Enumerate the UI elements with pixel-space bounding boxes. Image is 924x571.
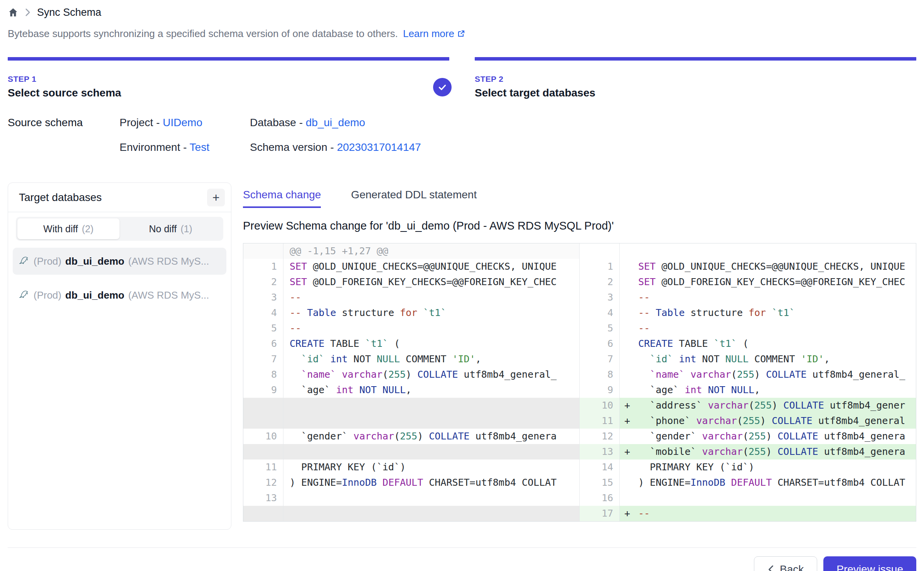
- diff-marker: [620, 336, 637, 351]
- line-number: 1: [580, 259, 620, 274]
- diff-marker: [620, 351, 637, 367]
- source-col-db-version: Database - db_ui_demo Schema version - 2…: [250, 116, 421, 166]
- code-line: `phone` varchar(255) COLLATE utf8mb4_gen…: [637, 413, 916, 429]
- target-database-list: (Prod) db_ui_demo (AWS RDS MyS... (Prod)…: [13, 248, 226, 309]
- code-line: `address` varchar(255) COLLATE utf8mb4_g…: [637, 398, 916, 413]
- line-number: 2: [243, 274, 283, 290]
- diff-line: [243, 506, 579, 521]
- line-number: 8: [580, 367, 620, 382]
- tab-with-diff[interactable]: With diff (2): [17, 218, 120, 239]
- step-1-label: STEP 1: [8, 74, 449, 84]
- line-number: 5: [580, 321, 620, 336]
- environment-link[interactable]: Test: [190, 141, 209, 153]
- db-name: db_ui_demo: [65, 289, 124, 301]
- diff-line: 5--: [243, 321, 579, 336]
- with-diff-count: (2): [82, 223, 94, 235]
- line-number: 9: [580, 382, 620, 398]
- tab-generated-ddl[interactable]: Generated DDL statement: [351, 189, 477, 208]
- code-line: `gender` varchar(255) COLLATE utf8mb4_ge…: [283, 429, 579, 444]
- diff-marker: [620, 243, 637, 259]
- line-number: [243, 413, 283, 429]
- code-line: `age` int NOT NULL,: [283, 382, 579, 398]
- step-2-progress-bar: [475, 57, 916, 61]
- target-databases-title: Target databases: [19, 191, 102, 204]
- intro-description: Bytebase supports synchronizing a specif…: [8, 28, 398, 39]
- code-line: --: [637, 290, 916, 305]
- code-line: --: [283, 290, 579, 305]
- line-number: [580, 243, 620, 259]
- step-1-check-icon: [433, 78, 452, 96]
- diff-marker: [620, 460, 637, 475]
- diff-filter-tabs: With diff (2) No diff (1): [16, 217, 223, 241]
- database-link[interactable]: db_ui_demo: [306, 117, 365, 128]
- diff-line: 14 PRIMARY KEY (`id`): [580, 460, 916, 475]
- diff-line: 5--: [580, 321, 916, 336]
- diff-line: [243, 413, 579, 429]
- line-number: 11: [580, 413, 620, 429]
- line-number: 6: [243, 336, 283, 351]
- diff-line: 13: [243, 490, 579, 506]
- diff-line: 11+ `phone` varchar(255) COLLATE utf8mb4…: [580, 413, 916, 429]
- diff-marker: [620, 490, 637, 506]
- diff-line: 17+--: [580, 506, 916, 521]
- code-line: ) ENGINE=InnoDB DEFAULT CHARSET=utf8mb4 …: [283, 475, 579, 490]
- target-database-item-1[interactable]: (Prod) db_ui_demo (AWS RDS MyS...: [13, 248, 226, 275]
- workspace: Target databases + With diff (2) No diff…: [8, 182, 916, 530]
- step-1-progress-bar: [8, 57, 449, 61]
- code-line: [283, 506, 579, 521]
- code-line: --: [637, 506, 916, 521]
- code-line: `id` int NOT NULL COMMENT 'ID',: [637, 351, 916, 367]
- line-number: 3: [243, 290, 283, 305]
- diff-marker: [620, 475, 637, 490]
- add-target-database-button[interactable]: +: [207, 189, 225, 206]
- line-number: 8: [243, 367, 283, 382]
- source-col-project-env: Project - UIDemo Environment - Test: [120, 116, 250, 166]
- back-button[interactable]: Back: [754, 556, 817, 571]
- line-number: 12: [580, 429, 620, 444]
- schema-version-link[interactable]: 20230317014147: [337, 141, 421, 153]
- code-line: -- Table structure for `t1`: [283, 305, 579, 321]
- project-link[interactable]: UIDemo: [163, 117, 202, 128]
- code-line: `gender` varchar(255) COLLATE utf8mb4_ge…: [637, 429, 916, 444]
- step-2: STEP 2 Select target databases: [475, 57, 916, 99]
- line-number: [243, 398, 283, 413]
- code-line: PRIMARY KEY (`id`): [283, 460, 579, 475]
- footer-actions: Back Preview issue: [8, 548, 916, 571]
- code-line: [283, 413, 579, 429]
- home-icon[interactable]: [8, 7, 19, 18]
- line-number: 4: [580, 305, 620, 321]
- diff-marker: [620, 259, 637, 274]
- diff-marker: [620, 367, 637, 382]
- diff-line: 12) ENGINE=InnoDB DEFAULT CHARSET=utf8mb…: [243, 475, 579, 490]
- diff-line: 13+ `mobile` varchar(255) COLLATE utf8mb…: [580, 444, 916, 460]
- line-number: 10: [243, 429, 283, 444]
- diff-pane-right: 1SET @OLD_UNIQUE_CHECKS=@@UNIQUE_CHECKS,…: [580, 243, 916, 521]
- learn-more-link[interactable]: Learn more: [403, 28, 466, 39]
- line-number: 11: [243, 460, 283, 475]
- target-database-item-2[interactable]: (Prod) db_ui_demo (AWS RDS MyS...: [13, 282, 226, 309]
- line-number: 7: [580, 351, 620, 367]
- diff-line: 4-- Table structure for `t1`: [580, 305, 916, 321]
- tab-no-diff[interactable]: No diff (1): [120, 218, 222, 239]
- line-number: 13: [243, 490, 283, 506]
- diff-line: 4-- Table structure for `t1`: [243, 305, 579, 321]
- diff-marker: [620, 382, 637, 398]
- db-instance-suffix: (AWS RDS MyS...: [128, 255, 209, 267]
- diff-pane-left: @@ -1,15 +1,27 @@1SET @OLD_UNIQUE_CHECKS…: [243, 243, 580, 521]
- source-schema-summary: Source schema Project - UIDemo Environme…: [8, 116, 916, 166]
- code-line: [283, 398, 579, 413]
- preview-tabs: Schema change Generated DDL statement: [243, 189, 916, 208]
- diff-line: 2SET @OLD_FOREIGN_KEY_CHECKS=@@FOREIGN_K…: [243, 274, 579, 290]
- line-number: 16: [580, 490, 620, 506]
- code-line: [637, 490, 916, 506]
- diff-line: 6CREATE TABLE `t1` (: [243, 336, 579, 351]
- source-schema-label: Source schema: [8, 116, 120, 166]
- diff-marker: +: [620, 398, 637, 413]
- code-line: --: [283, 321, 579, 336]
- diff-marker: [620, 429, 637, 444]
- diff-line: 10 `gender` varchar(255) COLLATE utf8mb4…: [243, 429, 579, 444]
- tab-schema-change[interactable]: Schema change: [243, 189, 321, 208]
- preview-issue-button[interactable]: Preview issue: [823, 556, 916, 571]
- diff-line: 9 `age` int NOT NULL,: [243, 382, 579, 398]
- code-line: SET @OLD_UNIQUE_CHECKS=@@UNIQUE_CHECKS, …: [637, 259, 916, 274]
